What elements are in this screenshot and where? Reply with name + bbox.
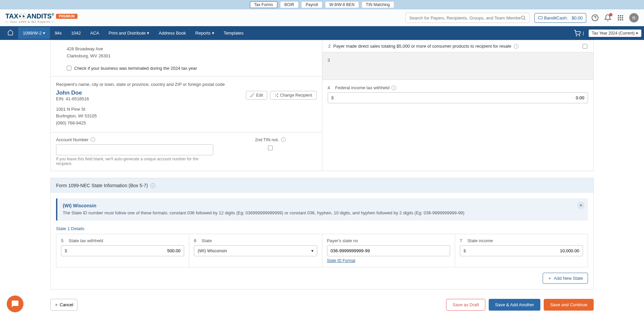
info-icon[interactable]: i (281, 137, 286, 142)
bandit-cash[interactable]: BanditCash: $0.00 (534, 13, 586, 23)
payer-street: 428 Broadway Ave (67, 46, 317, 53)
box5-label: State tax withheld (69, 238, 103, 243)
nav-reports[interactable]: Reports ▾ (191, 27, 219, 39)
account-hint: If you leave this field blank, we'll aut… (56, 157, 213, 166)
box4-input-wrapper[interactable]: $ (328, 92, 588, 103)
info-icon[interactable]: i (514, 44, 519, 49)
box3-num: 3 (328, 58, 330, 63)
pencil-icon (250, 93, 254, 97)
chat-icon (11, 300, 19, 308)
chevron-down-icon: ▾ (43, 31, 45, 36)
box2-checkbox[interactable] (583, 44, 587, 49)
tab-tax-forms[interactable]: Tax Forms (250, 1, 277, 8)
logo-tagline: — Your 1099 & W2 Experts — (5, 20, 77, 23)
nav-aca[interactable]: ACA (86, 27, 104, 39)
recipient-ein: EIN: 41-6516516 (56, 96, 89, 101)
recipient-section-label: Recipient's name, city or town, state or… (56, 82, 317, 87)
recipient-phone: (090) 768-9425 (56, 120, 317, 127)
box2-num: 2 (328, 44, 331, 49)
info-icon[interactable]: i (91, 137, 95, 142)
plus-icon (548, 276, 552, 280)
notification-icon[interactable] (604, 14, 612, 22)
save-draft-button[interactable]: Save as Draft (446, 299, 485, 311)
terminated-label: Check if your business was terminated du… (74, 66, 197, 71)
apps-icon[interactable] (616, 14, 625, 22)
tab-w9[interactable]: W-9/W-8 BEN (325, 1, 359, 8)
box4-label: Federal income tax withheld (335, 85, 389, 90)
state-subtitle: State 1 Details (56, 226, 588, 231)
svg-point-5 (576, 35, 577, 36)
nav-address[interactable]: Address Book (154, 27, 191, 39)
cart-icon[interactable] (573, 29, 581, 37)
cancel-button[interactable]: Cancel (50, 299, 77, 311)
chat-button[interactable] (7, 296, 23, 312)
box4-input[interactable] (336, 95, 584, 100)
state-section-header: Form 1099-NEC State Information (Box 5-7… (51, 178, 593, 193)
nav-templates[interactable]: Templates (219, 27, 248, 39)
nav-home[interactable] (3, 26, 18, 40)
dollar-icon: $ (65, 248, 67, 253)
info-icon[interactable]: i (151, 183, 155, 188)
tin2-checkbox[interactable] (268, 146, 273, 150)
recipient-cityline: Burlington, WI 53105 (56, 113, 317, 120)
search-icon (521, 15, 526, 20)
chevron-down-icon: ▾ (636, 31, 638, 36)
box7-input[interactable] (469, 248, 579, 253)
add-state-button[interactable]: Add New State (543, 273, 588, 284)
info-icon[interactable]: i (391, 86, 396, 90)
svg-rect-2 (538, 17, 542, 19)
save-another-button[interactable]: Save & Add Another (489, 299, 540, 311)
dollar-icon: $ (464, 248, 466, 253)
svg-point-6 (579, 35, 580, 36)
close-icon (55, 303, 58, 307)
search-input[interactable] (409, 15, 521, 20)
account-label: Account Number (56, 137, 89, 142)
box6-label: State (202, 238, 212, 243)
recipient-name: John Doe (56, 90, 89, 96)
premium-badge: PREMIUM (56, 14, 77, 19)
chevron-down-icon: ▾ (147, 31, 149, 36)
avatar[interactable]: R (629, 13, 639, 22)
top-tabs: Tax Forms BOIR Payroll W-9/W-8 BEN TIN M… (0, 0, 644, 9)
payer-state-input[interactable] (327, 245, 450, 256)
close-alert-button[interactable] (577, 202, 585, 209)
notification-badge (609, 13, 612, 16)
save-continue-button[interactable]: Save and Continue (544, 299, 594, 311)
payer-state-label: Payer's state no (327, 238, 358, 243)
nav-print[interactable]: Print and Distribute ▾ (104, 27, 154, 39)
svg-line-1 (524, 19, 525, 20)
box5-input[interactable] (70, 248, 180, 253)
state-alert-text: The State ID number must follow one of t… (63, 210, 583, 216)
cash-icon (538, 15, 543, 20)
recipient-street: 1001 N Pine St (56, 106, 317, 113)
box7-label: State income (468, 238, 493, 243)
close-icon (579, 204, 583, 207)
nav-1099[interactable]: 1099/W-2 ▾ (18, 27, 50, 39)
swap-icon (274, 93, 278, 97)
terminated-checkbox[interactable] (67, 66, 71, 70)
edit-recipient-button[interactable]: Edit (246, 91, 267, 100)
logo[interactable]: TAX👀ANDITS® PREMIUM — Your 1099 & W2 Exp… (5, 12, 77, 23)
tin2-label: 2nd TIN not. (255, 137, 279, 142)
box2-label: Payer made direct sales totaling $5,000 … (333, 44, 511, 49)
payer-cityline: Clarksburg, WV 26301 (67, 53, 317, 60)
account-number-input[interactable] (56, 144, 213, 155)
search-box[interactable] (406, 13, 530, 23)
dollar-icon: $ (331, 95, 334, 100)
chevron-down-icon: ▾ (311, 248, 314, 253)
nav-94x[interactable]: 94x (50, 27, 66, 39)
tax-year-select[interactable]: Tax Year 2024 (Current) ▾ (589, 30, 641, 37)
tab-payroll[interactable]: Payroll (301, 1, 322, 8)
change-recipient-button[interactable]: Change Recipient (270, 91, 316, 100)
logo-text: TAX👀ANDITS® (5, 12, 54, 20)
state-select[interactable]: (WI) Wisconsin ▾ (194, 245, 317, 256)
tab-tin[interactable]: TIN Matching (362, 1, 394, 8)
state-alert: (WI) Wisconsin The State ID number must … (56, 198, 588, 221)
home-icon (7, 30, 13, 36)
tab-boir[interactable]: BOIR (280, 1, 299, 8)
state-id-format-link[interactable]: State ID Format (327, 258, 356, 263)
nav-1042[interactable]: 1042 (66, 27, 86, 39)
help-icon[interactable] (591, 14, 599, 22)
main-nav: 1099/W-2 ▾ 94x 1042 ACA Print and Distri… (0, 26, 644, 40)
chevron-down-icon: ▾ (212, 31, 214, 36)
